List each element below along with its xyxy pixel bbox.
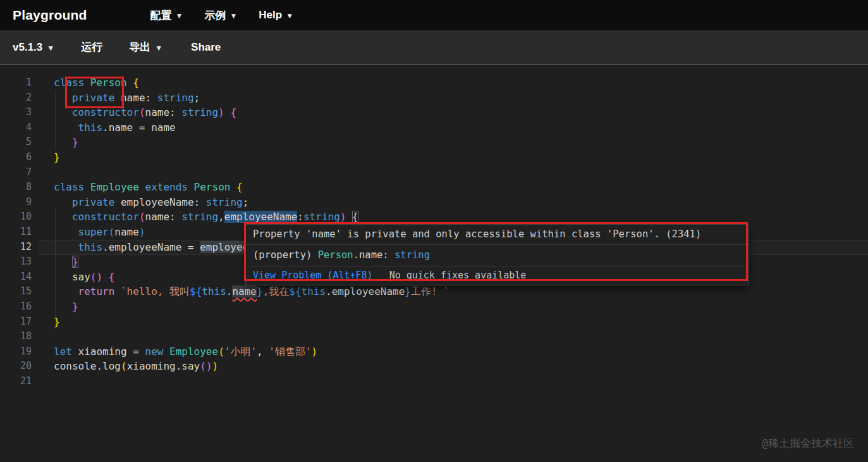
code-line[interactable]: 17}	[0, 315, 868, 330]
code-token	[139, 181, 145, 193]
line-number: 4	[0, 120, 32, 135]
code-text	[54, 329, 60, 344]
code-token: {	[133, 77, 139, 89]
menu-1[interactable]: 配置▼	[150, 8, 183, 23]
code-line[interactable]: 6}	[0, 150, 868, 165]
chevron-down-icon: ▼	[229, 11, 237, 20]
code-token: say	[181, 360, 200, 372]
code-line[interactable]: 18	[0, 329, 868, 344]
quick-fix-status: No quick fixes available	[389, 270, 527, 281]
code-line[interactable]: 7	[0, 165, 868, 180]
line-number: 13	[0, 254, 32, 270]
code-token: string	[181, 211, 218, 223]
code-token	[188, 181, 194, 193]
code-token: (	[200, 360, 206, 372]
view-problem-link[interactable]: View Problem (Alt+F8)	[253, 270, 373, 281]
line-number: 18	[0, 329, 32, 344]
code-token: .	[102, 241, 109, 253]
toolbar-item-label: v5.1.3	[13, 41, 42, 54]
toolbar-item-4[interactable]: Share	[191, 41, 221, 54]
code-token	[84, 181, 90, 193]
code-token: =	[133, 122, 151, 134]
code-token	[114, 285, 121, 297]
code-token	[54, 301, 72, 313]
code-token: name	[121, 92, 145, 104]
code-editor[interactable]: 1class Person {2 private name: string;3 …	[0, 65, 868, 461]
code-line[interactable]: 20console.log(xiaoming.say())	[0, 359, 868, 374]
code-token: .	[326, 285, 332, 297]
code-token: constructor	[72, 106, 139, 118]
code-text: private name: string;	[54, 91, 200, 106]
code-token: {	[236, 181, 243, 193]
code-token: )	[212, 360, 219, 372]
signature-token: (property)	[253, 249, 318, 261]
code-token: class	[54, 77, 84, 89]
code-text	[54, 374, 60, 389]
code-text: }	[54, 150, 60, 165]
code-text: }	[54, 299, 78, 315]
code-token: this	[202, 285, 226, 297]
code-text: this.employeeName = employeeName	[54, 240, 273, 255]
code-token: name	[232, 285, 257, 297]
code-token: ,我在	[263, 285, 290, 297]
line-number: 9	[0, 195, 32, 210]
line-number: 3	[0, 105, 32, 120]
code-token: employeeName	[121, 196, 194, 208]
code-token: ${	[289, 285, 301, 297]
code-token: log	[102, 360, 121, 372]
toolbar-item-1[interactable]: v5.1.3▼	[13, 41, 54, 54]
code-token: console	[54, 360, 96, 372]
code-token: employeeName	[224, 211, 298, 223]
code-token: .	[176, 360, 182, 372]
code-token: class	[54, 181, 84, 193]
code-token	[230, 181, 236, 193]
code-text: class Person {	[54, 75, 139, 91]
code-line[interactable]: 19let xiaoming = new Employee('小明', '销售部…	[0, 344, 868, 359]
code-token: :	[194, 196, 206, 208]
code-line[interactable]: 2 private name: string;	[0, 91, 868, 106]
code-token: :	[297, 211, 303, 223]
code-token: super	[78, 226, 109, 238]
code-token: .	[102, 122, 109, 134]
code-token: string	[303, 211, 340, 223]
code-token: }	[257, 285, 263, 297]
signature-token: .name:	[353, 249, 394, 261]
line-number: 12	[0, 240, 32, 255]
code-token	[72, 346, 78, 358]
code-token	[54, 106, 72, 118]
toolbar: v5.1.3▼运行导出▼Share	[0, 30, 868, 65]
code-line[interactable]: 4 this.name = name	[0, 120, 868, 135]
code-token: Person	[90, 77, 127, 89]
code-text: this.name = name	[54, 120, 176, 135]
code-text: constructor(name: string) {	[54, 105, 236, 120]
code-token: (	[109, 226, 115, 238]
code-line[interactable]: 10 constructor(name: string,employeeName…	[0, 209, 868, 225]
menu-2[interactable]: 示例▼	[204, 8, 237, 23]
code-token: '销售部'	[269, 346, 311, 358]
code-line[interactable]: 8class Employee extends Person {	[0, 180, 868, 195]
toolbar-item-2[interactable]: 运行	[81, 40, 102, 54]
menubar: Playground 配置▼示例▼Help▼	[0, 0, 868, 30]
code-token: :	[169, 211, 181, 223]
code-line[interactable]: 1class Person {	[0, 75, 868, 91]
code-line[interactable]: 16 }	[0, 299, 868, 315]
code-token: private	[72, 196, 114, 208]
code-token: ;	[243, 196, 249, 208]
code-token: employeeName	[332, 285, 405, 297]
code-line[interactable]: 9 private employeeName: string;	[0, 195, 868, 210]
code-token: (	[218, 346, 224, 358]
code-line[interactable]: 5 }	[0, 135, 868, 150]
signature-token: string	[394, 249, 430, 261]
code-token	[127, 77, 133, 89]
code-token: 工作! `	[411, 285, 449, 297]
menubar-menus: 配置▼示例▼Help▼	[150, 8, 294, 23]
menu-3[interactable]: Help▼	[259, 9, 293, 22]
code-token: =	[181, 241, 200, 253]
code-token: say	[72, 271, 90, 283]
code-token: {	[230, 106, 236, 118]
code-text: return `hello, 我叫${this.name},我在${this.e…	[54, 284, 449, 299]
code-line[interactable]: 15 return `hello, 我叫${this.name},我在${thi…	[0, 284, 868, 299]
code-line[interactable]: 21	[0, 374, 868, 389]
code-line[interactable]: 3 constructor(name: string) {	[0, 105, 868, 120]
toolbar-item-3[interactable]: 导出▼	[129, 40, 162, 54]
